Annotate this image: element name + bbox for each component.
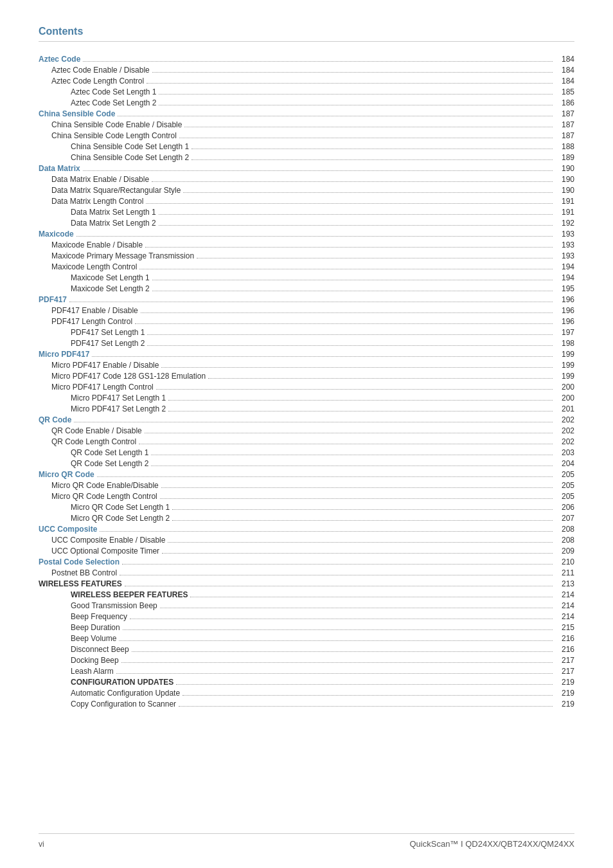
toc-page-number: 214 (555, 590, 574, 599)
toc-entry: UCC Composite Enable / Disable208 (39, 534, 574, 545)
toc-dots (179, 706, 553, 707)
toc-dots (92, 356, 553, 357)
toc-dots (145, 247, 553, 248)
toc-label: Maxicode Length Control (51, 262, 137, 271)
toc-label: Micro PDF417 Enable / Disable (51, 361, 159, 370)
toc-entry: Data Matrix Set Length 2192 (39, 217, 574, 228)
toc-page-number: 195 (555, 284, 574, 293)
toc-entry: Maxicode Primary Message Transmission193 (39, 250, 574, 261)
toc-label: UCC Optional Composite Timer (51, 547, 159, 556)
toc-dots (121, 662, 553, 663)
toc-label: Maxicode Enable / Disable (51, 240, 143, 249)
toc-entry: Aztec Code Set Length 2186 (39, 97, 574, 108)
toc-label: QR Code Length Control (51, 437, 136, 446)
toc-dots (100, 531, 553, 532)
toc-dots (147, 83, 553, 84)
toc-dots (76, 236, 553, 237)
toc-page-number: 191 (555, 197, 574, 206)
toc-entry: QR Code Set Length 1203 (39, 447, 574, 458)
toc-page-number: 219 (555, 678, 574, 687)
toc-label: Postnet BB Control (51, 568, 117, 577)
toc-dots (176, 684, 553, 685)
toc-label: Maxicode Primary Message Transmission (51, 251, 194, 260)
toc-dots (83, 61, 553, 62)
toc-page-number: 194 (555, 273, 574, 282)
toc-label: QR Code Set Length 1 (71, 448, 148, 457)
toc-entry: Micro PDF417 Set Length 1200 (39, 392, 574, 403)
toc-entry: Data Matrix Enable / Disable190 (39, 174, 574, 185)
toc-entry: Micro QR Code Length Control205 (39, 491, 574, 502)
toc-entry: Micro QR Code Set Length 1206 (39, 502, 574, 512)
toc-label: QR Code (39, 415, 71, 424)
toc-dots (161, 487, 553, 488)
toc-page-number: 187 (555, 120, 574, 129)
toc-dots (132, 651, 553, 652)
toc-dots (208, 378, 553, 379)
toc-dots (69, 302, 553, 302)
toc-entry: QR Code Set Length 2204 (39, 458, 574, 469)
toc-dots (159, 214, 553, 215)
toc-page-number: 217 (555, 656, 574, 665)
toc-entry: Micro PDF417 Enable / Disable199 (39, 359, 574, 370)
toc-page-number: 205 (555, 470, 574, 479)
toc-entry: CONFIGURATION UPDATES219 (39, 676, 574, 687)
toc-label: China Sensible Code Set Length 2 (71, 153, 189, 162)
toc-entry: Maxicode Enable / Disable193 (39, 239, 574, 250)
toc-dots (159, 225, 553, 226)
toc-label: QR Code Set Length 2 (71, 459, 148, 468)
toc-page-number: 200 (555, 393, 574, 402)
page-title: Contents (39, 26, 574, 37)
toc-label: Copy Configuration to Scanner (71, 700, 176, 709)
toc-dots (152, 280, 553, 280)
toc-label: Aztec Code (39, 55, 80, 64)
toc-label: Postal Code Selection (39, 557, 120, 566)
toc-label: Maxicode (39, 230, 74, 239)
toc-page-number: 217 (555, 667, 574, 676)
toc-label: CONFIGURATION UPDATES (71, 678, 173, 687)
toc-dots (83, 170, 553, 171)
toc-label: Data Matrix Enable / Disable (51, 175, 149, 184)
toc-dots (123, 629, 553, 630)
toc-dots (152, 291, 553, 291)
toc-entry: Aztec Code Set Length 1185 (39, 86, 574, 97)
toc-dots (190, 597, 553, 597)
toc-entry: WIRELESS BEEPER FEATURES214 (39, 589, 574, 600)
toc-dots (151, 455, 553, 455)
toc-label: Micro PDF417 Length Control (51, 383, 154, 392)
toc-dots (135, 323, 553, 324)
toc-entry: Good Transmission Beep214 (39, 600, 574, 611)
toc-entry: Data Matrix Square/Rectangular Style190 (39, 185, 574, 195)
toc-entry: Automatic Configuration Update219 (39, 687, 574, 698)
toc-page-number: 198 (555, 339, 574, 348)
toc-dots (172, 509, 553, 510)
toc-entry: China Sensible Code Enable / Disable187 (39, 119, 574, 130)
toc-dots (160, 498, 553, 499)
toc-page-number: 208 (555, 536, 574, 545)
toc-dots (97, 476, 553, 477)
toc-dots (156, 389, 553, 390)
title-divider (39, 41, 574, 42)
toc-label: Micro PDF417 Set Length 2 (71, 404, 166, 413)
toc-label: QR Code Enable / Disable (51, 426, 142, 435)
toc-page-number: 201 (555, 404, 574, 413)
toc-label: China Sensible Code Set Length 1 (71, 142, 189, 151)
toc-dots (120, 575, 553, 575)
footer-page-number: vi (39, 840, 44, 849)
toc-container: Aztec Code184Aztec Code Enable / Disable… (39, 53, 574, 709)
toc-page-number: 210 (555, 557, 574, 566)
toc-page-number: 184 (555, 55, 574, 64)
toc-dots (159, 105, 553, 105)
toc-label: UCC Composite Enable / Disable (51, 536, 165, 545)
toc-dots (152, 181, 553, 182)
toc-entry: Micro PDF417 Set Length 2201 (39, 403, 574, 414)
toc-page-number: 190 (555, 175, 574, 184)
toc-entry: China Sensible Code Set Length 1188 (39, 141, 574, 152)
toc-entry: Aztec Code Enable / Disable184 (39, 64, 574, 75)
toc-label: Data Matrix Length Control (51, 197, 143, 206)
toc-page-number: 208 (555, 525, 574, 534)
toc-entry: Data Matrix190 (39, 163, 574, 174)
toc-label: Micro PDF417 Code 128 GS1-128 Emulation (51, 372, 206, 381)
toc-entry: Leash Alarm217 (39, 665, 574, 676)
toc-dots (172, 520, 553, 521)
toc-dots (168, 542, 553, 543)
